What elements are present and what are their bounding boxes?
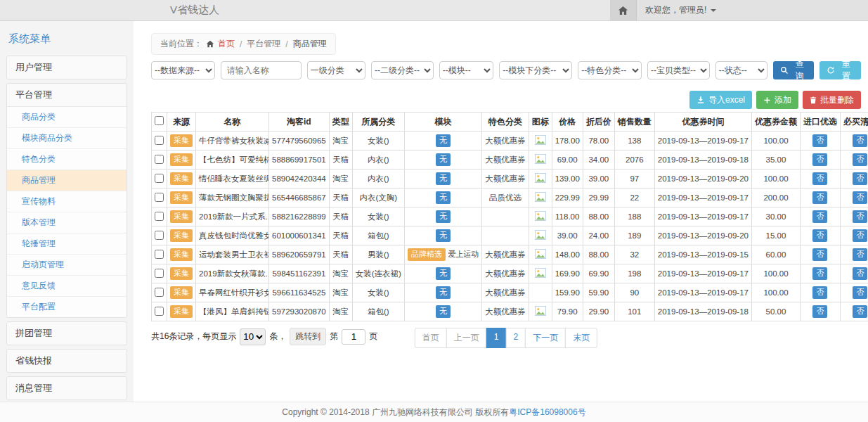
sidebar-item-users-heading[interactable]: 用户管理 [7, 56, 127, 79]
cell-module: 无 [404, 170, 481, 188]
breadcrumb-separator: / [285, 39, 287, 49]
cell-check [152, 188, 167, 207]
row-checkbox[interactable] [155, 269, 164, 278]
column-header-13: 进口优选 [800, 113, 840, 132]
filter-select-3[interactable]: --模块-- [439, 61, 494, 79]
row-checkbox[interactable] [155, 307, 164, 316]
add-button[interactable]: 添加 [756, 91, 798, 109]
batch-delete-button[interactable]: 批量删除 [803, 91, 861, 109]
sidebar-subitem-2[interactable]: 特色分类 [7, 149, 127, 170]
sidebar-subitem-1[interactable]: 模块商品分类 [7, 128, 127, 149]
cell-check [152, 245, 167, 264]
filter-select-6[interactable]: --宝贝类型-- [647, 61, 710, 79]
search-button-label: 查询 [792, 58, 808, 82]
reset-button-label: 重置 [838, 58, 854, 82]
page-button-3[interactable]: 2 [506, 328, 526, 348]
filter-select-7[interactable]: --状态-- [715, 61, 767, 79]
sidebar-item-label[interactable]: 拼团管理 [7, 322, 127, 345]
filter-select-0[interactable]: --数据来源-- [151, 61, 215, 79]
cell-category: 内衣() [352, 170, 404, 188]
breadcrumb-prefix: 当前位置： [160, 38, 202, 50]
cell-module: 无 [404, 207, 481, 226]
cell-discount: 39.00 [583, 170, 614, 188]
cell-name: 2019新款女秋薄款... [196, 264, 269, 283]
row-checkbox[interactable] [155, 250, 164, 259]
must-buy-badge: 否 [853, 286, 867, 298]
page-button-4[interactable]: 下一页 [525, 328, 566, 348]
cell-check [152, 132, 167, 151]
per-page-select[interactable]: 10 [240, 328, 266, 345]
sidebar-subitem-3[interactable]: 商品管理 [7, 170, 127, 191]
cell-discount: 88.00 [583, 245, 614, 264]
sidebar-subitem-6[interactable]: 轮播管理 [7, 234, 127, 255]
filter-select-5[interactable]: --特色分类-- [578, 61, 642, 79]
breadcrumb-home-link[interactable]: 首页 [218, 38, 235, 50]
filter-select-4[interactable]: --模块下分类-- [499, 61, 572, 79]
row-checkbox[interactable] [155, 212, 164, 221]
table-row: 采集运动套装男士卫衣初秋...589620659791天猫男装()品牌精选 爱上… [152, 245, 868, 264]
user-menu[interactable]: 欢迎您，管理员! [637, 0, 725, 20]
row-checkbox[interactable] [155, 174, 164, 183]
page-number-input[interactable] [342, 329, 365, 345]
cell-coupon-amount: 35.00 [751, 151, 800, 170]
sidebar-item-label[interactable]: 省钱快报 [7, 350, 127, 372]
cell-check [152, 207, 167, 226]
cell-discount: 78.00 [583, 132, 614, 151]
row-checkbox[interactable] [155, 136, 164, 145]
cell-module: 无 [404, 132, 481, 151]
must-buy-badge: 否 [853, 248, 867, 260]
cell-discount: 29.99 [583, 188, 614, 207]
search-button[interactable]: 查询 [773, 61, 815, 79]
sidebar-subitem-0[interactable]: 商品分类 [7, 107, 127, 128]
reset-button[interactable]: 重置 [820, 61, 861, 79]
row-checkbox[interactable] [155, 193, 164, 202]
refresh-icon [827, 66, 835, 75]
column-header-5: 模块 [404, 113, 481, 132]
import-excel-button[interactable]: 导入excel [689, 91, 752, 109]
cell-module: 品牌精选 爱上运动 [404, 245, 481, 264]
icp-link[interactable]: 粤ICP备16098006号 [509, 407, 585, 418]
records-total-text: 共16条记录，每页显示 [151, 331, 236, 343]
product-icon [535, 249, 546, 259]
name-search-input[interactable] [221, 61, 302, 79]
cell-sales: 90 [614, 283, 654, 302]
cell-tkid: 565446685867 [269, 188, 330, 207]
cell-icon [529, 170, 552, 188]
home-button[interactable] [610, 0, 637, 20]
sidebar-subitem-9[interactable]: 平台配置 [7, 297, 127, 317]
jump-button[interactable]: 跳转到 [290, 328, 326, 345]
filter-select-1[interactable]: 一级分类 [307, 61, 365, 79]
import-pick-badge: 否 [812, 267, 827, 279]
row-checkbox[interactable] [155, 288, 164, 297]
sidebar-subitem-4[interactable]: 宣传物料 [7, 191, 127, 212]
sidebar-subitem-8[interactable]: 意见反馈 [7, 276, 127, 297]
sidebar-subitem-5[interactable]: 版本管理 [7, 212, 127, 234]
cell-coupon-amount: 100.00 [751, 264, 800, 283]
cell-icon [529, 283, 552, 302]
product-icon [535, 154, 546, 164]
cell-coupon-time: 2019-09-13—2019-09-17 [654, 132, 751, 151]
cell-sales: 32 [614, 245, 654, 264]
cell-type: 淘宝 [329, 283, 352, 302]
cell-must-buy: 否 [840, 226, 868, 245]
page-button-0[interactable]: 首页 [415, 328, 447, 348]
row-checkbox[interactable] [155, 155, 164, 164]
page-button-1[interactable]: 上一页 [446, 328, 487, 348]
cell-category: 箱包() [352, 302, 404, 321]
sidebar-item-label[interactable]: 消息管理 [7, 377, 127, 399]
breadcrumb-item-platform[interactable]: 平台管理 [247, 38, 280, 50]
cell-tkid: 596611634525 [269, 283, 330, 302]
cell-check [152, 283, 167, 302]
filter-select-2[interactable]: --二级分类-- [371, 61, 434, 79]
page-button-2[interactable]: 1 [486, 328, 507, 348]
sidebar-item-platform-heading[interactable]: 平台管理 [7, 84, 127, 106]
cell-source: 采集 [167, 245, 196, 264]
page-button-5[interactable]: 末页 [565, 328, 597, 348]
row-checkbox[interactable] [155, 231, 164, 240]
import-pick-badge: 否 [812, 305, 827, 317]
cell-feature [482, 226, 529, 245]
select-all-checkbox[interactable] [155, 116, 164, 125]
sidebar-item-after-0: 拼团管理 [6, 321, 127, 345]
sidebar-subitem-7[interactable]: 启动页管理 [7, 255, 127, 276]
cell-module: 无 [404, 283, 481, 302]
